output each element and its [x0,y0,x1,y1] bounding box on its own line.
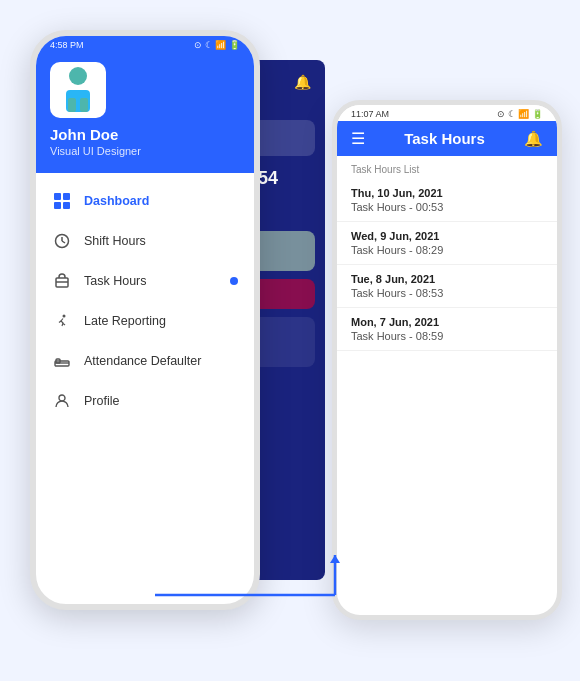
nav-item-dashboard[interactable]: Dashboard [36,181,254,221]
grid-icon [52,191,72,211]
briefcase-icon [52,271,72,291]
task-hours-0: Task Hours - 00:53 [351,201,543,213]
task-list-label: Task Hours List [337,156,557,179]
right-time: 11:07 AM [351,109,389,119]
task-date-0: Thu, 10 Jun, 2021 [351,187,543,199]
user-role: Visual UI Designer [50,145,141,157]
task-entry-2: Tue, 8 Jun, 2021 Task Hours - 08:53 [337,265,557,308]
left-time: 4:58 PM [50,40,84,50]
nav-late-label: Late Reporting [84,314,166,328]
right-header-title: Task Hours [404,130,485,147]
svg-marker-20 [330,555,340,563]
right-header: ☰ Task Hours 🔔 [337,121,557,156]
clock-icon [52,231,72,251]
nav-item-late-reporting[interactable]: Late Reporting [36,301,254,341]
task-date-2: Tue, 8 Jun, 2021 [351,273,543,285]
nav-dashboard-label: Dashboard [84,194,149,208]
left-status-bar: 4:58 PM ⊙ ☾ 📶 🔋 [36,36,254,52]
user-name: John Doe [50,126,118,143]
avatar-image [58,64,98,116]
svg-rect-6 [54,202,61,209]
task-list: Task Hours List Thu, 10 Jun, 2021 Task H… [337,156,557,351]
svg-point-13 [63,315,66,318]
nav-profile-label: Profile [84,394,119,408]
left-phone: 4:58 PM ⊙ ☾ 📶 🔋 John Doe Visual UI Desig… [30,30,260,610]
svg-point-0 [69,67,87,85]
run-icon [52,311,72,331]
task-hours-3: Task Hours - 08:59 [351,330,543,342]
nav-item-attendance[interactable]: Attendance Defaulter [36,341,254,381]
svg-rect-7 [63,202,70,209]
connector-svg [155,555,395,635]
task-date-3: Mon, 7 Jun, 2021 [351,316,543,328]
task-hours-2: Task Hours - 08:53 [351,287,543,299]
left-header: John Doe Visual UI Designer [36,52,254,173]
task-hours-1: Task Hours - 08:29 [351,244,543,256]
hamburger-icon[interactable]: ☰ [351,129,365,148]
right-bell-icon[interactable]: 🔔 [524,130,543,148]
svg-rect-4 [54,193,61,200]
task-date-1: Wed, 9 Jun, 2021 [351,230,543,242]
right-status-bar: 11:07 AM ⊙ ☾ 📶 🔋 [337,105,557,121]
nav-attendance-label: Attendance Defaulter [84,354,201,368]
left-status-icons: ⊙ ☾ 📶 🔋 [194,40,240,50]
right-status-icons: ⊙ ☾ 📶 🔋 [497,109,543,119]
task-entry-3: Mon, 7 Jun, 2021 Task Hours - 08:59 [337,308,557,351]
nav-item-shift-hours[interactable]: Shift Hours [36,221,254,261]
svg-rect-3 [80,98,88,112]
right-phone: 11:07 AM ⊙ ☾ 📶 🔋 ☰ Task Hours 🔔 Task Hou… [332,100,562,620]
nav-item-task-hours[interactable]: Task Hours [36,261,254,301]
nav-list: Dashboard Shift Hours Task Hours Late Re… [36,173,254,429]
task-badge [230,277,238,285]
task-entry-0: Thu, 10 Jun, 2021 Task Hours - 00:53 [337,179,557,222]
bell-dark-icon: 🔔 [294,74,311,90]
task-entry-1: Wed, 9 Jun, 2021 Task Hours - 08:29 [337,222,557,265]
svg-point-17 [59,395,65,401]
svg-rect-5 [63,193,70,200]
svg-line-10 [62,241,65,243]
nav-task-label: Task Hours [84,274,147,288]
nav-item-profile[interactable]: Profile [36,381,254,421]
nav-shift-label: Shift Hours [84,234,146,248]
bed-icon [52,351,72,371]
avatar [50,62,106,118]
svg-rect-2 [68,98,76,112]
person-icon [52,391,72,411]
connector-arrow [155,555,395,639]
